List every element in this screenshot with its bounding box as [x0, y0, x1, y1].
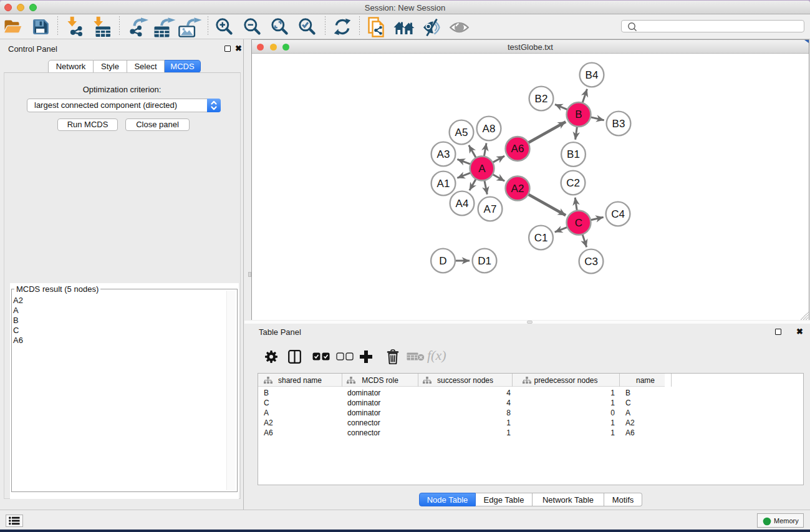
svg-text:A3: A3	[437, 148, 450, 160]
svg-text:A2: A2	[511, 183, 524, 195]
svg-text:B2: B2	[535, 93, 548, 105]
svg-text:B1: B1	[567, 148, 580, 160]
svg-text:C: C	[575, 217, 582, 229]
svg-text:A4: A4	[456, 198, 469, 210]
svg-text:C4: C4	[611, 208, 625, 220]
svg-text:A1: A1	[437, 178, 450, 190]
svg-text:C2: C2	[566, 177, 580, 189]
svg-text:D: D	[439, 255, 446, 267]
svg-text:A5: A5	[455, 127, 468, 138]
svg-text:B3: B3	[612, 118, 625, 130]
svg-text:A8: A8	[483, 123, 496, 135]
svg-text:B4: B4	[586, 69, 599, 81]
svg-text:A7: A7	[484, 203, 497, 215]
svg-text:A6: A6	[511, 143, 524, 155]
svg-text:C3: C3	[584, 256, 598, 268]
svg-text:B: B	[575, 109, 582, 120]
svg-text:A: A	[478, 163, 486, 175]
svg-text:C1: C1	[534, 232, 548, 244]
svg-text:D1: D1	[478, 255, 491, 267]
